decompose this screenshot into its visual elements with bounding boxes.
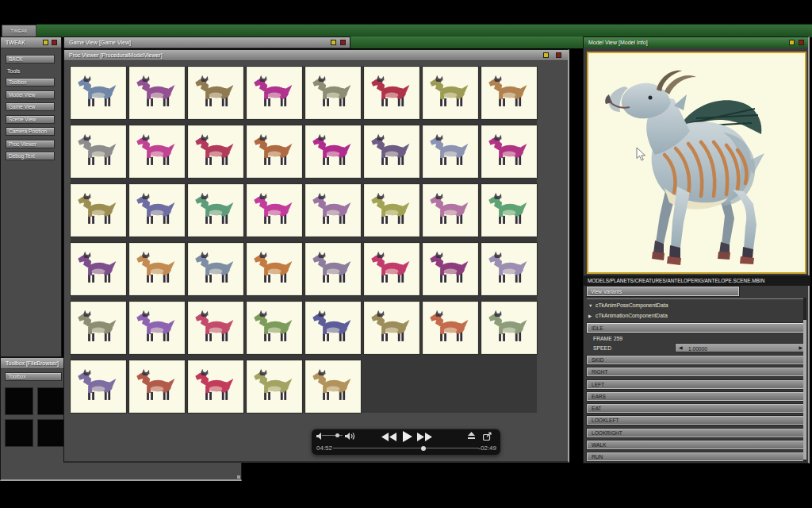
volume-mute-icon[interactable]: [316, 433, 322, 440]
share-icon[interactable]: [483, 432, 492, 441]
seek-knob[interactable]: [421, 446, 426, 451]
creature-variant-35[interactable]: [188, 302, 243, 354]
view-variants-button[interactable]: View Variants: [587, 287, 739, 296]
creature-variant-40[interactable]: [481, 302, 537, 354]
file-tile[interactable]: [37, 419, 66, 447]
volume-loud-icon[interactable]: [345, 432, 355, 441]
creature-variant-10[interactable]: [129, 125, 185, 178]
creature-variant-22[interactable]: [364, 184, 419, 237]
anim-button-skid[interactable]: SKID: [587, 356, 806, 364]
rewind-button[interactable]: [381, 433, 397, 441]
creature-variant-30[interactable]: [364, 243, 419, 295]
creature-variant-33[interactable]: [71, 302, 126, 354]
creature-variant-11[interactable]: [188, 125, 243, 178]
anim-button-idle-active[interactable]: IDLE: [587, 323, 806, 333]
sidebar-item-proc-viewer[interactable]: Proc Viewer: [6, 140, 55, 148]
creature-variant-13[interactable]: [305, 125, 361, 178]
creature-variant-44[interactable]: [247, 360, 302, 413]
anim-button-lookleft[interactable]: LOOKLEFT: [587, 416, 806, 425]
anim-button-eat[interactable]: EAT: [587, 404, 806, 413]
creature-variant-9[interactable]: [71, 125, 126, 178]
minimize-icon[interactable]: [543, 52, 549, 58]
creature-variant-26[interactable]: [129, 243, 185, 295]
file-tile[interactable]: [37, 387, 66, 415]
file-tile[interactable]: [5, 387, 33, 415]
creature-variant-38[interactable]: [364, 302, 419, 354]
sidebar-item-model-view[interactable]: Model View: [6, 90, 55, 99]
creature-variant-39[interactable]: [423, 302, 478, 354]
seek-bar[interactable]: [333, 448, 479, 448]
creature-variant-18[interactable]: [129, 184, 185, 237]
playback-overlay[interactable]: 04:52 -02:49: [312, 429, 500, 455]
creature-variant-37[interactable]: [305, 302, 361, 354]
creature-variant-21[interactable]: [305, 184, 361, 237]
creature-variant-25[interactable]: [71, 243, 126, 295]
minimize-icon[interactable]: [789, 40, 795, 45]
creature-variant-12[interactable]: [247, 125, 302, 178]
play-button[interactable]: [403, 431, 412, 442]
creature-variant-8[interactable]: [481, 67, 537, 119]
scrollbar-thumb[interactable]: [803, 320, 806, 460]
creature-variant-45[interactable]: [305, 360, 361, 413]
proc-viewer-titlebar[interactable]: Proc Viewer [ProceduralModelViewer]: [64, 50, 568, 61]
creature-variant-34[interactable]: [129, 302, 185, 354]
scrollbar[interactable]: [803, 298, 806, 461]
anim-button-right[interactable]: RIGHT: [587, 368, 806, 376]
creature-variant-20[interactable]: [247, 184, 302, 237]
sidebar-item-camera-position[interactable]: Camera Position: [6, 127, 55, 136]
close-icon[interactable]: [52, 40, 57, 45]
creature-variant-43[interactable]: [188, 360, 243, 413]
creature-variant-42[interactable]: [129, 360, 185, 413]
creature-variant-29[interactable]: [305, 243, 361, 295]
creature-variant-6[interactable]: [364, 67, 419, 119]
creature-variant-14[interactable]: [364, 125, 419, 178]
resize-grip[interactable]: [237, 475, 240, 479]
sidebar-item-toolbox[interactable]: Toolbox: [6, 78, 55, 87]
creature-variant-27[interactable]: [188, 243, 243, 295]
creature-variant-2[interactable]: [129, 67, 185, 119]
creature-variant-7[interactable]: [423, 67, 478, 119]
volume-slider[interactable]: [322, 435, 343, 436]
frame-advance-icon[interactable]: [467, 432, 476, 441]
creature-variant-31[interactable]: [423, 243, 478, 295]
toolbox-button[interactable]: Toolbox: [5, 372, 62, 381]
tree-item-animation[interactable]: ▶cTkAnimationComponentData: [588, 313, 668, 318]
creature-variant-32[interactable]: [481, 243, 537, 295]
close-icon[interactable]: [340, 40, 346, 45]
creature-variant-16[interactable]: [481, 125, 537, 178]
minimize-icon[interactable]: [331, 40, 336, 45]
game-view-titlebar[interactable]: Game View [Game View]: [64, 37, 350, 48]
creature-variant-4[interactable]: [247, 67, 302, 119]
anim-button-walk[interactable]: WALK: [587, 441, 806, 449]
sidebar-item-scene-view[interactable]: Scene View: [6, 115, 55, 124]
spinner-decrement-icon[interactable]: ◀: [679, 345, 683, 351]
creature-variant-15[interactable]: [423, 125, 478, 178]
back-button[interactable]: BACK: [6, 55, 55, 64]
creature-variant-5[interactable]: [305, 67, 361, 119]
model-viewport[interactable]: [587, 52, 806, 274]
file-tile[interactable]: [5, 419, 33, 447]
creature-variant-24[interactable]: [481, 184, 537, 237]
speed-spinner[interactable]: ◀ 1.00000 ▶: [675, 343, 806, 352]
sidebar-item-game-view[interactable]: Game View: [6, 102, 55, 111]
creature-variant-1[interactable]: [71, 67, 126, 119]
tweak-titlebar[interactable]: TWEAK: [1, 37, 61, 48]
triangle-right-icon[interactable]: ▶: [588, 314, 596, 318]
anim-button-run[interactable]: RUN: [587, 452, 806, 461]
creature-variant-17[interactable]: [71, 184, 126, 237]
creature-variant-41[interactable]: [71, 360, 126, 413]
tree-item-animpose[interactable]: ▼cTkAnimPoseComponentData: [588, 302, 668, 308]
sidebar-item-debug-text[interactable]: Debug Text: [6, 152, 55, 160]
creature-variant-23[interactable]: [423, 184, 478, 237]
creature-variant-28[interactable]: [247, 243, 302, 295]
volume-knob[interactable]: [335, 433, 339, 437]
creature-variant-36[interactable]: [247, 302, 302, 354]
close-icon[interactable]: [799, 40, 804, 45]
anim-button-lookright[interactable]: LOOKRIGHT: [587, 429, 806, 437]
creature-variant-3[interactable]: [188, 67, 243, 119]
anim-button-ears[interactable]: EARS: [587, 392, 806, 401]
triangle-down-icon[interactable]: ▼: [588, 303, 596, 308]
anim-button-left[interactable]: LEFT: [587, 380, 806, 389]
creature-variant-19[interactable]: [188, 184, 243, 237]
fast-forward-button[interactable]: [417, 433, 433, 441]
